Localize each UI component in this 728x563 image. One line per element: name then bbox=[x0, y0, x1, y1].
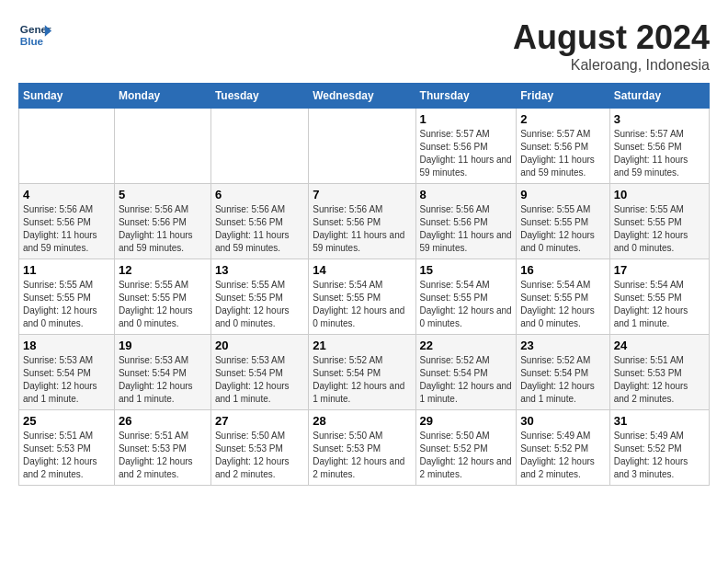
cell-day-number: 31 bbox=[614, 414, 705, 428]
cell-info: Sunrise: 5:56 AMSunset: 5:56 PMDaylight:… bbox=[23, 203, 110, 255]
cell-info: Sunrise: 5:55 AMSunset: 5:55 PMDaylight:… bbox=[614, 203, 705, 255]
weekday-header-tuesday: Tuesday bbox=[210, 84, 308, 109]
calendar-cell: 4Sunrise: 5:56 AMSunset: 5:56 PMDaylight… bbox=[19, 184, 115, 259]
cell-day-number: 9 bbox=[520, 188, 606, 201]
weekday-header-saturday: Saturday bbox=[609, 84, 709, 109]
cell-day-number: 1 bbox=[420, 112, 513, 126]
cell-day-number: 11 bbox=[23, 263, 110, 277]
cell-info: Sunrise: 5:56 AMSunset: 5:56 PMDaylight:… bbox=[420, 203, 513, 255]
calendar-row-0: 1Sunrise: 5:57 AMSunset: 5:56 PMDaylight… bbox=[19, 109, 710, 184]
calendar-cell: 24Sunrise: 5:51 AMSunset: 5:53 PMDayligh… bbox=[609, 335, 709, 410]
cell-info: Sunrise: 5:54 AMSunset: 5:55 PMDaylight:… bbox=[614, 279, 705, 330]
calendar-cell: 8Sunrise: 5:56 AMSunset: 5:56 PMDaylight… bbox=[415, 184, 517, 259]
cell-info: Sunrise: 5:49 AMSunset: 5:52 PMDaylight:… bbox=[614, 430, 705, 481]
cell-info: Sunrise: 5:51 AMSunset: 5:53 PMDaylight:… bbox=[23, 430, 110, 481]
cell-day-number: 30 bbox=[520, 414, 606, 428]
weekday-header-monday: Monday bbox=[114, 84, 210, 109]
cell-day-number: 29 bbox=[420, 414, 513, 428]
weekday-header-friday: Friday bbox=[517, 84, 610, 109]
calendar-cell: 28Sunrise: 5:50 AMSunset: 5:53 PMDayligh… bbox=[309, 410, 415, 486]
calendar-cell: 9Sunrise: 5:55 AMSunset: 5:55 PMDaylight… bbox=[517, 184, 610, 259]
calendar-cell: 1Sunrise: 5:57 AMSunset: 5:56 PMDaylight… bbox=[415, 109, 517, 184]
calendar-cell: 10Sunrise: 5:55 AMSunset: 5:55 PMDayligh… bbox=[609, 184, 709, 259]
cell-day-number: 25 bbox=[23, 414, 110, 428]
calendar-row-4: 25Sunrise: 5:51 AMSunset: 5:53 PMDayligh… bbox=[19, 410, 710, 486]
cell-day-number: 13 bbox=[215, 263, 304, 277]
cell-info: Sunrise: 5:51 AMSunset: 5:53 PMDaylight:… bbox=[614, 354, 705, 406]
calendar-cell bbox=[19, 109, 115, 184]
cell-day-number: 4 bbox=[23, 188, 110, 201]
title-block: August 2024 Kaleroang, Indonesia bbox=[513, 18, 710, 74]
cell-day-number: 17 bbox=[614, 263, 705, 277]
cell-info: Sunrise: 5:52 AMSunset: 5:54 PMDaylight:… bbox=[520, 354, 606, 406]
cell-info: Sunrise: 5:54 AMSunset: 5:55 PMDaylight:… bbox=[520, 279, 606, 330]
calendar-cell: 7Sunrise: 5:56 AMSunset: 5:56 PMDaylight… bbox=[309, 184, 415, 259]
calendar-cell: 30Sunrise: 5:49 AMSunset: 5:52 PMDayligh… bbox=[517, 410, 610, 486]
cell-day-number: 22 bbox=[420, 339, 513, 352]
cell-day-number: 10 bbox=[614, 188, 705, 201]
cell-day-number: 6 bbox=[215, 188, 304, 201]
calendar-cell: 31Sunrise: 5:49 AMSunset: 5:52 PMDayligh… bbox=[609, 410, 709, 486]
cell-day-number: 23 bbox=[520, 339, 606, 352]
cell-day-number: 7 bbox=[313, 188, 411, 201]
calendar-cell: 12Sunrise: 5:55 AMSunset: 5:55 PMDayligh… bbox=[114, 259, 210, 335]
calendar-cell bbox=[210, 109, 308, 184]
calendar-cell: 14Sunrise: 5:54 AMSunset: 5:55 PMDayligh… bbox=[309, 259, 415, 335]
calendar-cell: 2Sunrise: 5:57 AMSunset: 5:56 PMDaylight… bbox=[517, 109, 610, 184]
calendar-cell: 18Sunrise: 5:53 AMSunset: 5:54 PMDayligh… bbox=[19, 335, 115, 410]
calendar-cell bbox=[114, 109, 210, 184]
cell-day-number: 20 bbox=[215, 339, 304, 352]
calendar-cell: 29Sunrise: 5:50 AMSunset: 5:52 PMDayligh… bbox=[415, 410, 517, 486]
svg-text:Blue: Blue bbox=[20, 35, 44, 47]
cell-day-number: 3 bbox=[614, 112, 705, 126]
cell-info: Sunrise: 5:55 AMSunset: 5:55 PMDaylight:… bbox=[23, 279, 110, 330]
calendar-cell: 13Sunrise: 5:55 AMSunset: 5:55 PMDayligh… bbox=[210, 259, 308, 335]
cell-info: Sunrise: 5:52 AMSunset: 5:54 PMDaylight:… bbox=[313, 354, 411, 406]
cell-info: Sunrise: 5:50 AMSunset: 5:52 PMDaylight:… bbox=[420, 430, 513, 481]
cell-day-number: 5 bbox=[119, 188, 207, 201]
calendar-cell: 27Sunrise: 5:50 AMSunset: 5:53 PMDayligh… bbox=[210, 410, 308, 486]
cell-info: Sunrise: 5:50 AMSunset: 5:53 PMDaylight:… bbox=[215, 430, 304, 481]
calendar-cell: 16Sunrise: 5:54 AMSunset: 5:55 PMDayligh… bbox=[517, 259, 610, 335]
logo: General Blue bbox=[18, 18, 51, 52]
cell-day-number: 15 bbox=[420, 263, 513, 277]
cell-info: Sunrise: 5:52 AMSunset: 5:54 PMDaylight:… bbox=[420, 354, 513, 406]
cell-info: Sunrise: 5:57 AMSunset: 5:56 PMDaylight:… bbox=[420, 128, 513, 179]
weekday-header-sunday: Sunday bbox=[19, 84, 115, 109]
calendar-row-1: 4Sunrise: 5:56 AMSunset: 5:56 PMDaylight… bbox=[19, 184, 710, 259]
cell-info: Sunrise: 5:55 AMSunset: 5:55 PMDaylight:… bbox=[215, 279, 304, 330]
cell-info: Sunrise: 5:53 AMSunset: 5:54 PMDaylight:… bbox=[119, 354, 207, 406]
cell-info: Sunrise: 5:49 AMSunset: 5:52 PMDaylight:… bbox=[520, 430, 606, 481]
cell-info: Sunrise: 5:57 AMSunset: 5:56 PMDaylight:… bbox=[614, 128, 705, 179]
cell-day-number: 21 bbox=[313, 339, 411, 352]
weekday-header-thursday: Thursday bbox=[415, 84, 517, 109]
logo-icon: General Blue bbox=[18, 18, 51, 52]
cell-day-number: 16 bbox=[520, 263, 606, 277]
cell-info: Sunrise: 5:51 AMSunset: 5:53 PMDaylight:… bbox=[119, 430, 207, 481]
calendar-cell: 25Sunrise: 5:51 AMSunset: 5:53 PMDayligh… bbox=[19, 410, 115, 486]
calendar-cell: 5Sunrise: 5:56 AMSunset: 5:56 PMDaylight… bbox=[114, 184, 210, 259]
calendar-cell: 21Sunrise: 5:52 AMSunset: 5:54 PMDayligh… bbox=[309, 335, 415, 410]
calendar-row-3: 18Sunrise: 5:53 AMSunset: 5:54 PMDayligh… bbox=[19, 335, 710, 410]
cell-day-number: 2 bbox=[520, 112, 606, 126]
calendar-cell: 23Sunrise: 5:52 AMSunset: 5:54 PMDayligh… bbox=[517, 335, 610, 410]
page-header: General Blue August 2024 Kaleroang, Indo… bbox=[18, 18, 710, 74]
calendar-cell: 15Sunrise: 5:54 AMSunset: 5:55 PMDayligh… bbox=[415, 259, 517, 335]
calendar-cell: 11Sunrise: 5:55 AMSunset: 5:55 PMDayligh… bbox=[19, 259, 115, 335]
cell-info: Sunrise: 5:57 AMSunset: 5:56 PMDaylight:… bbox=[520, 128, 606, 179]
page-title: August 2024 bbox=[513, 18, 710, 57]
cell-day-number: 18 bbox=[23, 339, 110, 352]
cell-info: Sunrise: 5:54 AMSunset: 5:55 PMDaylight:… bbox=[420, 279, 513, 330]
calendar-cell: 6Sunrise: 5:56 AMSunset: 5:56 PMDaylight… bbox=[210, 184, 308, 259]
cell-info: Sunrise: 5:50 AMSunset: 5:53 PMDaylight:… bbox=[313, 430, 411, 481]
cell-day-number: 8 bbox=[420, 188, 513, 201]
cell-info: Sunrise: 5:53 AMSunset: 5:54 PMDaylight:… bbox=[215, 354, 304, 406]
cell-info: Sunrise: 5:56 AMSunset: 5:56 PMDaylight:… bbox=[215, 203, 304, 255]
calendar-cell: 3Sunrise: 5:57 AMSunset: 5:56 PMDaylight… bbox=[609, 109, 709, 184]
calendar-cell bbox=[309, 109, 415, 184]
calendar-cell: 17Sunrise: 5:54 AMSunset: 5:55 PMDayligh… bbox=[609, 259, 709, 335]
page-subtitle: Kaleroang, Indonesia bbox=[513, 57, 710, 74]
cell-info: Sunrise: 5:54 AMSunset: 5:55 PMDaylight:… bbox=[313, 279, 411, 330]
cell-day-number: 27 bbox=[215, 414, 304, 428]
cell-day-number: 24 bbox=[614, 339, 705, 352]
